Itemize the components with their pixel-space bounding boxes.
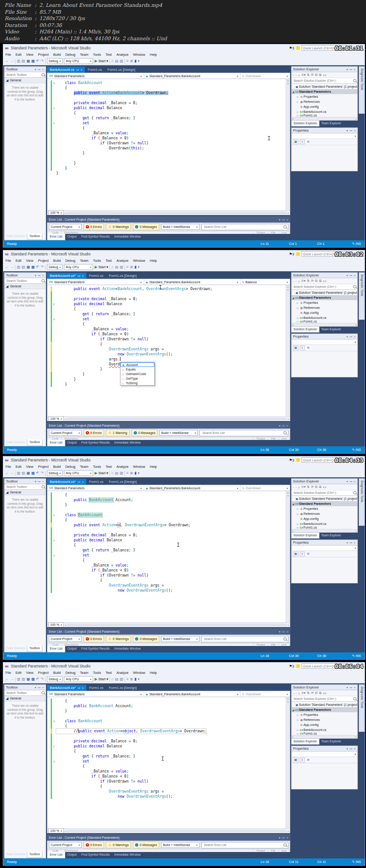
code-line[interactable]: { — [47, 784, 290, 789]
menu-window[interactable]: Window — [131, 259, 148, 263]
code-line[interactable]: { — [47, 342, 290, 347]
editor-horizontal-scrollbar[interactable] — [67, 418, 287, 420]
navigate-forward-icon[interactable]: → — [10, 471, 14, 475]
bookmark-icon[interactable]: ▮ — [134, 59, 136, 63]
menu-analyze[interactable]: Analyze — [114, 53, 131, 57]
comment-icon[interactable]: ▤ — [115, 677, 119, 681]
tree-row-project[interactable]: ◢C#Standard Parameters — [292, 89, 357, 94]
navigate-back-icon[interactable]: ← — [5, 265, 9, 269]
menu-test[interactable]: Test — [103, 465, 114, 469]
home-icon[interactable]: ⌂ — [298, 486, 300, 489]
solution-platforms-dropdown[interactable]: Any CPU▾ — [64, 676, 93, 682]
properties-object-dropdown[interactable]: ▾ — [292, 545, 357, 551]
tree-row-references[interactable]: ▷▦References — [292, 99, 357, 104]
sync-with-active-document-icon[interactable]: ⇅ — [307, 73, 310, 77]
panel-header-buttons[interactable]: ▾ ⊶ × — [346, 686, 356, 689]
outdent-icon[interactable]: ≣ — [130, 265, 133, 269]
code-line[interactable]: public event Action<BankAccount> Overdra… — [47, 90, 290, 95]
solution-configurations-dropdown[interactable]: Debug▾ — [47, 676, 63, 682]
tab-form1-cs[interactable]: Form1.cs — [86, 685, 106, 691]
close-icon[interactable]: × — [82, 481, 84, 483]
property-pages-icon[interactable]: ⚙ — [306, 346, 310, 350]
alphabetical-icon[interactable]: ⇩ — [300, 757, 305, 762]
tree-row-bankaccount-cs[interactable]: ▷C#BankAccount.cs — [292, 315, 357, 320]
tab-error-list[interactable]: Error List — [47, 646, 65, 652]
code-line[interactable]: OverdrawnEventArgs args = — [47, 789, 290, 794]
code-line[interactable]: new OverdrawnEventArgs(); — [47, 588, 290, 593]
panel-header-buttons[interactable]: ▾ ⊶ × — [35, 480, 44, 483]
panel-header-buttons[interactable]: ▾ ⊶ × — [346, 335, 356, 338]
bookmark-icon[interactable]: ▮ — [134, 265, 136, 269]
notifications-flag-icon[interactable]: ⚑3 — [289, 252, 294, 256]
code-line[interactable]: ⊟ public decimal Balance — [47, 106, 290, 111]
title-bar[interactable]: ∞ Standard Parameters - Microsoft Visual… — [3, 250, 365, 258]
code-line[interactable]: ⊟ set — [47, 317, 290, 322]
code-line[interactable]: ⊟ set — [47, 759, 290, 764]
error-list-search[interactable] — [201, 224, 288, 230]
menu-build[interactable]: Build — [51, 671, 63, 675]
toolbox-search-input[interactable] — [5, 691, 42, 695]
solution-platforms-dropdown[interactable]: Any CPU▾ — [64, 58, 93, 64]
code-line[interactable]: } — [47, 377, 290, 382]
new-project-icon[interactable]: ▥ — [17, 677, 21, 681]
start-debugging-button[interactable]: ▶Start▾ — [94, 265, 108, 269]
error-list-search[interactable] — [201, 636, 288, 642]
scroll-left-icon[interactable]: ◂ — [65, 624, 66, 626]
toolbox-search-input[interactable] — [5, 279, 42, 283]
tab-find-symbol-results[interactable]: Find Symbol Results — [79, 234, 112, 240]
tab-error-list[interactable]: Error List — [47, 852, 65, 858]
tree-row-form1-cs[interactable]: ▷C#Form1.cs — [292, 732, 357, 735]
tree-row-bankaccount-cs[interactable]: ▷C#BankAccount.cs — [292, 727, 357, 732]
toolbar-overflow-icon[interactable]: ▾ — [138, 677, 140, 681]
code-line[interactable]: if (Overdrawn != null) — [47, 337, 290, 342]
pin-icon[interactable]: ⊶ — [76, 68, 79, 71]
scroll-left-icon[interactable]: ◂ — [292, 529, 293, 532]
menu-project[interactable]: Project — [36, 465, 51, 469]
code-line[interactable]: Overdrawn(this); — [47, 146, 290, 151]
code-line[interactable] — [47, 528, 290, 533]
messages-filter-button[interactable]: i0 Messages — [133, 223, 159, 230]
solution-explorer-header[interactable]: Solution Explorer▾ ⊶ × — [291, 272, 358, 278]
back-icon[interactable]: ◦ — [293, 74, 294, 77]
uncomment-icon[interactable]: ▧ — [120, 59, 123, 63]
undo-icon[interactable]: ↶ — [36, 471, 39, 475]
menu-file[interactable]: File — [3, 53, 13, 57]
code-line[interactable]: //public event Action<object, OverdrawnE… — [47, 729, 290, 734]
code-editor[interactable]: ▲▼ { public BankAccount Account; }⊟ clas… — [47, 491, 290, 622]
solution-explorer-search[interactable] — [292, 284, 357, 290]
pin-icon[interactable]: ⊶ — [78, 686, 80, 689]
project-dropdown[interactable]: C#Standard Parameters▾ — [47, 691, 144, 697]
tab-form1-cs[interactable]: Form1.cs — [86, 273, 106, 279]
toolbox-search[interactable] — [5, 690, 46, 696]
menu-window[interactable]: Window — [131, 671, 148, 675]
collapse-region-icon[interactable]: ⊟ — [52, 744, 56, 749]
redo-icon[interactable]: ↷ — [41, 677, 44, 681]
tree-row-appconfig[interactable]: ⚙App.config — [292, 722, 357, 727]
solution-explorer-search[interactable] — [292, 696, 357, 702]
code-line[interactable]: } — [47, 161, 290, 166]
warnings-filter-button[interactable]: ⚠0 Warnings — [106, 842, 131, 848]
indent-icon[interactable]: ≡ — [126, 59, 129, 63]
editor-horizontal-scrollbar[interactable] — [67, 830, 287, 832]
menu-test[interactable]: Test — [103, 53, 114, 57]
collapse-region-icon[interactable]: ⊟ — [52, 106, 56, 111]
menu-analyze[interactable]: Analyze — [114, 465, 131, 469]
build-intellisense-dropdown[interactable]: Build + IntelliSense▾ — [161, 224, 199, 230]
code-line[interactable]: get { return _Balance; } — [47, 754, 290, 759]
tab-form1-cs[interactable]: Form1.cs — [85, 67, 105, 73]
code-line[interactable]: } — [47, 151, 290, 156]
code-line[interactable]: { — [47, 699, 290, 704]
redo-icon[interactable]: ↷ — [41, 471, 44, 475]
bookmark-icon[interactable]: ▮ — [134, 471, 136, 475]
uncomment-icon[interactable]: ▧ — [120, 471, 123, 475]
tab-team-explorer[interactable]: Team Explorer — [319, 533, 343, 539]
tab-immediate-window[interactable]: Immediate Window — [112, 646, 143, 652]
scroll-right-icon[interactable]: ▸ — [288, 624, 289, 626]
back-icon[interactable]: ◦ — [293, 280, 294, 283]
indent-icon[interactable]: ≡ — [126, 677, 129, 681]
collapse-region-icon[interactable]: ⊟ — [52, 121, 56, 126]
tab-data-sources[interactable]: Data Sources — [5, 852, 27, 858]
alphabetical-icon[interactable]: ⇩ — [300, 345, 305, 350]
refresh-icon[interactable]: ⟳ — [311, 691, 314, 695]
navigate-back-icon[interactable]: ← — [5, 59, 9, 63]
